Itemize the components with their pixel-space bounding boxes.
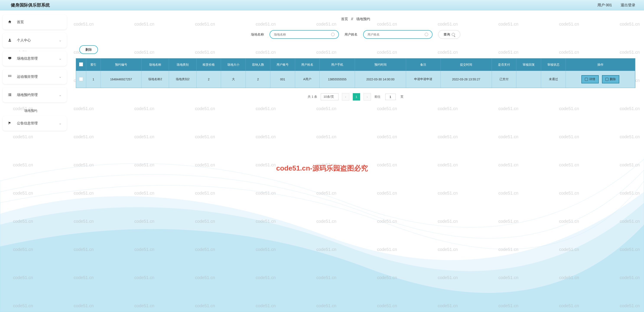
chevron-down-icon: ⌄ bbox=[59, 122, 62, 125]
cell-venue-type: 场地类别2 bbox=[169, 71, 196, 88]
detail-button[interactable]: 详情 bbox=[582, 75, 599, 84]
cell-booking-no: 1648446927257 bbox=[101, 71, 142, 88]
svg-rect-2 bbox=[9, 59, 10, 60]
chevron-down-icon: ⌄ bbox=[59, 38, 62, 42]
sidebar-item-label: 公告信息管理 bbox=[17, 121, 59, 126]
monitor-icon bbox=[8, 56, 12, 61]
header-user[interactable]: 用户 001 bbox=[598, 2, 612, 8]
row-checkbox-cell bbox=[76, 71, 86, 88]
search-icon bbox=[452, 33, 455, 36]
prev-page-button[interactable]: ‹ bbox=[342, 93, 349, 100]
pagination: 共 1 条 10条/页 ‹ 1 › 前往 页 bbox=[76, 88, 635, 106]
search-label-venue: 场地名称 bbox=[251, 32, 264, 36]
flag-icon bbox=[8, 121, 12, 126]
sidebar-item-sports[interactable]: 运动项目管理 ⌄ bbox=[2, 69, 67, 84]
row-delete-button[interactable]: 删除 bbox=[602, 75, 619, 84]
clear-icon[interactable] bbox=[331, 33, 334, 36]
query-button-label: 查询 bbox=[444, 32, 450, 36]
content-area: 首页 // 场地预约 场地名称 用户姓名 查询 删除 bbox=[69, 10, 644, 134]
breadcrumb-separator: // bbox=[351, 17, 353, 21]
row-delete-button-label: 删除 bbox=[610, 77, 616, 81]
goto-label-prefix: 前往 bbox=[374, 95, 380, 99]
cell-capacity: 2 bbox=[246, 71, 270, 88]
cell-actions: 详情 删除 bbox=[566, 71, 635, 88]
svg-rect-9 bbox=[8, 94, 9, 94]
th-phone: 用户手机 bbox=[320, 58, 355, 71]
document-icon bbox=[606, 78, 608, 81]
svg-rect-7 bbox=[10, 76, 10, 77]
sidebar-item-label: 运动项目管理 bbox=[17, 74, 59, 79]
search-input-user-wrap bbox=[363, 30, 432, 39]
th-account: 用户账号 bbox=[270, 58, 295, 71]
query-button[interactable]: 查询 bbox=[438, 30, 460, 39]
th-submit-time: 提交时间 bbox=[440, 58, 492, 71]
cell-phone: 13855555555 bbox=[320, 71, 355, 88]
sidebar-item-label: 场地信息管理 bbox=[17, 56, 59, 61]
cell-username: A用户 bbox=[295, 71, 320, 88]
select-all-checkbox[interactable] bbox=[79, 62, 83, 66]
goto-page-input[interactable] bbox=[385, 94, 396, 100]
chevron-down-icon: ⌄ bbox=[59, 75, 62, 78]
breadcrumb-home[interactable]: 首页 bbox=[341, 17, 348, 21]
table-row: 1 1648446927257 场地名称2 场地类别2 2 大 2 001 A用… bbox=[76, 71, 635, 88]
th-size: 场地大小 bbox=[221, 58, 246, 71]
th-capacity: 容纳人数 bbox=[246, 58, 270, 71]
svg-rect-8 bbox=[10, 76, 11, 77]
cell-remark: 申请申请申请 bbox=[406, 71, 440, 88]
breadcrumb: 首页 // 场地预约 bbox=[76, 17, 635, 22]
sidebar-item-profile[interactable]: 个人中心 ⌄ bbox=[2, 33, 67, 48]
th-username: 用户姓名 bbox=[295, 58, 320, 71]
search-input-venue[interactable] bbox=[274, 33, 331, 36]
logout-link[interactable]: 退出登录 bbox=[620, 2, 635, 8]
clear-icon[interactable] bbox=[425, 33, 428, 36]
sidebar-item-venue-info[interactable]: 场地信息管理 ⌄ bbox=[2, 51, 67, 66]
svg-rect-4 bbox=[10, 75, 10, 76]
cell-size: 大 bbox=[221, 71, 246, 88]
svg-rect-5 bbox=[10, 75, 11, 76]
th-audit-status: 审核状态 bbox=[541, 58, 566, 71]
header-checkbox-cell bbox=[76, 58, 86, 71]
svg-rect-1 bbox=[8, 57, 11, 59]
sidebar-item-home[interactable]: 首页 bbox=[2, 15, 67, 30]
th-price: 租赁价格 bbox=[196, 58, 221, 71]
sidebar: 首页 个人中心 ⌄ 场地信息管理 ⌄ 运动项目管理 ⌄ bbox=[0, 10, 69, 134]
page-size-select[interactable]: 10条/页 bbox=[321, 94, 338, 100]
app-title: 健身国际俱乐部系统 bbox=[11, 2, 50, 8]
delete-button[interactable]: 删除 bbox=[79, 45, 98, 54]
goto-label-suffix: 页 bbox=[400, 95, 404, 99]
sidebar-item-label: 首页 bbox=[17, 20, 62, 24]
chevron-down-icon: ⌄ bbox=[59, 57, 62, 60]
cell-reserve-time: 2022-03-30 14:00:00 bbox=[355, 71, 406, 88]
th-audit-reply: 审核回复 bbox=[516, 58, 541, 71]
th-actions: 操作 bbox=[566, 58, 635, 71]
th-venue-name: 场地名称 bbox=[142, 58, 169, 71]
chevron-down-icon: ⌄ bbox=[59, 93, 62, 97]
cell-audit-status: 未通过 bbox=[541, 71, 566, 88]
list-icon bbox=[8, 93, 12, 97]
svg-rect-10 bbox=[9, 94, 11, 94]
search-input-user[interactable] bbox=[368, 33, 425, 36]
sidebar-item-reservation[interactable]: 场地预约管理 ⌄ bbox=[2, 88, 67, 102]
row-checkbox[interactable] bbox=[79, 77, 83, 81]
cell-account: 001 bbox=[270, 71, 295, 88]
home-icon bbox=[8, 20, 12, 24]
grid-icon bbox=[8, 74, 12, 79]
pagination-total: 共 1 条 bbox=[308, 95, 317, 99]
detail-button-label: 详情 bbox=[589, 77, 595, 81]
svg-rect-12 bbox=[9, 94, 11, 95]
cell-venue-name: 场地名称2 bbox=[142, 71, 169, 88]
sidebar-item-label: 个人中心 bbox=[17, 38, 59, 43]
th-venue-type: 场地类别 bbox=[169, 58, 196, 71]
sidebar-item-notice[interactable]: 公告信息管理 ⌄ bbox=[2, 116, 67, 131]
search-input-venue-wrap bbox=[270, 30, 339, 39]
user-icon bbox=[8, 38, 12, 43]
current-page[interactable]: 1 bbox=[353, 93, 360, 100]
cell-submit-time: 2022-03-28 13:55:27 bbox=[440, 71, 492, 88]
cell-price: 2 bbox=[196, 71, 221, 88]
sidebar-subitem-venue-reservation[interactable]: 场地预约 bbox=[2, 106, 67, 116]
next-page-button[interactable]: › bbox=[364, 93, 371, 100]
breadcrumb-current: 场地预约 bbox=[356, 17, 370, 21]
svg-rect-11 bbox=[8, 94, 9, 95]
svg-point-0 bbox=[9, 39, 10, 40]
svg-rect-3 bbox=[8, 75, 9, 76]
